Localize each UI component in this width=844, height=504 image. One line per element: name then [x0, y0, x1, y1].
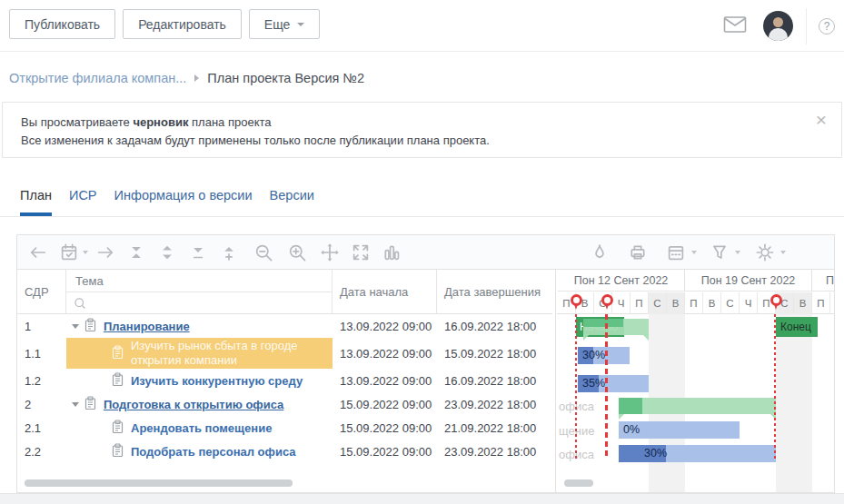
calendar-icon[interactable]	[59, 242, 79, 262]
divider	[806, 8, 807, 44]
end-date: 23.09.2022 18:00	[437, 445, 552, 459]
table-gantt-divider[interactable]	[555, 270, 556, 492]
sdr-value: 2.2	[17, 445, 66, 459]
flame-icon[interactable]	[590, 242, 610, 262]
gantt-scrollbar[interactable]	[564, 479, 593, 487]
table-row: 1 Планирование 13.09.2022 09:00 16.09.20…	[17, 314, 552, 338]
zoom-out-icon[interactable]	[253, 242, 273, 262]
gantt-chart: Пон 12 Сент 2022 Пон 19 Сент 2022 П П В …	[557, 270, 834, 492]
caret-down-icon[interactable]	[691, 251, 697, 254]
day-cell-weekend: В	[667, 292, 685, 314]
gantt-bar-summary[interactable]	[583, 319, 649, 335]
table-scrollbar[interactable]	[25, 479, 293, 487]
action-buttons: Публиковать Редактировать Еще	[9, 9, 320, 39]
page-title: План проекта Версия №2	[207, 71, 364, 85]
expand-level-icon[interactable]	[219, 242, 239, 262]
day-cell-weekend: С	[649, 292, 667, 314]
sdr-value: 2	[17, 398, 66, 411]
tab-versions[interactable]: Версии	[270, 179, 314, 216]
task-icon[interactable]	[112, 372, 124, 390]
sdr-value: 2.1	[17, 421, 66, 435]
draft-notice: Вы просматриваете черновик плана проекта…	[2, 102, 842, 158]
chart-bars-icon[interactable]	[382, 242, 402, 262]
mail-icon[interactable]	[723, 15, 747, 36]
task-link[interactable]: Планирование	[104, 320, 190, 333]
gantt-bar-summary[interactable]	[619, 398, 776, 414]
page-bottom	[0, 493, 844, 504]
day-cell: В	[703, 292, 721, 314]
tab-version-info[interactable]: Информация о версии	[114, 179, 253, 216]
caret-down-icon[interactable]	[780, 251, 786, 254]
milestone-pin-icon[interactable]	[770, 294, 782, 306]
printer-icon[interactable]	[628, 242, 648, 262]
sdr-value: 1.2	[17, 374, 66, 388]
sdr-value: 1	[17, 320, 66, 333]
task-icon[interactable]	[112, 443, 124, 460]
task-icon[interactable]	[84, 396, 96, 413]
avatar[interactable]	[763, 11, 793, 41]
milestone-end-label[interactable]: Конец	[776, 317, 818, 337]
table-row: 2.2 Подобрать персонал офиса 15.09.2022 …	[17, 440, 552, 463]
arrow-left-icon[interactable]	[28, 242, 48, 262]
settings-icon[interactable]	[755, 242, 775, 262]
tabs: План ИСР Информация о версии Версии	[0, 179, 844, 217]
tab-plan[interactable]: План	[20, 179, 52, 216]
more-button[interactable]: Еще	[249, 9, 321, 39]
calendar-range-icon[interactable]	[666, 242, 686, 262]
gantt-body: Начало Конец 30% 35% офиса щение 0% офис…	[557, 314, 834, 492]
fullscreen-icon[interactable]	[351, 242, 371, 262]
end-date: 16.09.2022 18:00	[437, 320, 552, 333]
start-date: 15.09.2022 09:00	[333, 421, 437, 435]
gantt-bar-task[interactable]: 0%	[619, 421, 740, 439]
start-date: 15.09.2022 09:00	[333, 445, 437, 459]
milestone-pin-icon[interactable]	[601, 294, 613, 306]
pan-icon[interactable]	[320, 242, 340, 262]
marker-line-end	[774, 314, 776, 460]
zoom-in-icon[interactable]	[287, 242, 307, 262]
search-input[interactable]	[92, 296, 310, 310]
task-link[interactable]: Подготовка к открытию офиса	[104, 398, 283, 411]
expand-all-icon[interactable]	[157, 242, 177, 262]
collapse-caret-icon[interactable]	[72, 324, 79, 329]
table-row: 2 Подготовка к открытию офиса 15.09.2022…	[17, 392, 552, 416]
start-date: 15.09.2022 09:00	[333, 398, 437, 411]
task-table: 1 Планирование 13.09.2022 09:00 16.09.20…	[17, 314, 552, 492]
collapse-caret-icon[interactable]	[72, 402, 79, 407]
task-icon[interactable]	[112, 345, 124, 362]
chevron-right-icon	[194, 74, 199, 82]
close-icon[interactable]: ×	[816, 110, 827, 129]
task-link[interactable]: Арендовать помещение	[131, 421, 272, 435]
day-cell-weekend: В	[794, 292, 812, 314]
week-header: Пон 19 Сент 2022	[685, 270, 812, 292]
caret-down-icon[interactable]	[735, 251, 740, 254]
day-cell: С	[721, 292, 740, 314]
task-link[interactable]: Подобрать персонал офиса	[131, 445, 296, 459]
table-row: 1.2 Изучить конкурентную среду 13.09.202…	[17, 369, 552, 392]
publish-button[interactable]: Публиковать	[9, 9, 115, 39]
gantt-bar-task[interactable]: 30%	[578, 347, 630, 364]
start-date: 13.09.2022 09:00	[333, 347, 437, 361]
day-cell: П	[631, 292, 649, 314]
task-link[interactable]: Изучить конкурентную среду	[131, 374, 303, 388]
gantt-bar-task[interactable]: 35%	[578, 375, 649, 392]
start-date: 13.09.2022 09:00	[333, 320, 437, 333]
arrow-right-icon[interactable]	[95, 242, 115, 262]
table-header: СДР Тема Дата начала Дата завершения	[17, 270, 552, 314]
caret-down-icon[interactable]	[83, 251, 88, 254]
breadcrumb-project-link[interactable]: Открытие филиала компан...	[9, 71, 186, 85]
task-link[interactable]: Изучить рынок сбыта в городе открытия ко…	[131, 339, 333, 367]
task-icon[interactable]	[112, 420, 124, 437]
day-cell: Ч	[740, 292, 758, 314]
column-header-end: Дата завершения	[437, 270, 552, 313]
edit-button[interactable]: Редактировать	[123, 9, 242, 39]
milestone-pin-icon[interactable]	[571, 294, 582, 306]
tab-wbs[interactable]: ИСР	[69, 179, 97, 216]
task-icon[interactable]	[84, 318, 96, 335]
column-header-theme: Тема	[66, 270, 333, 313]
gantt-bar-task[interactable]: 30%	[619, 445, 776, 462]
filter-icon[interactable]	[710, 242, 730, 262]
help-icon[interactable]: ?	[819, 18, 835, 35]
page: Публиковать Редактировать Еще ? Открытие…	[0, 0, 844, 504]
collapse-all-icon[interactable]	[126, 242, 146, 262]
collapse-level-icon[interactable]	[188, 242, 208, 262]
